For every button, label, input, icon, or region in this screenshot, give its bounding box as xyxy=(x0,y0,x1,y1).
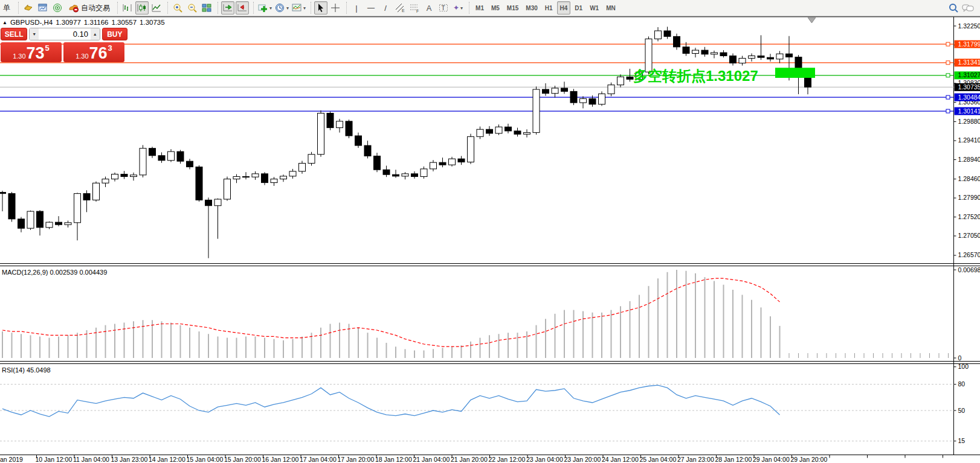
svg-text:0: 0 xyxy=(958,354,962,362)
svg-text:80: 80 xyxy=(958,380,965,388)
chat-button[interactable] xyxy=(961,1,975,14)
chart-window-icon xyxy=(37,2,48,13)
navigator-icon xyxy=(52,2,63,13)
zoom-out-icon xyxy=(187,2,198,13)
cursor-button[interactable] xyxy=(314,1,327,14)
crosshair-icon xyxy=(330,3,340,13)
line-chart-button[interactable] xyxy=(150,1,163,14)
search-button[interactable] xyxy=(947,1,960,14)
horizontal-line-icon: — xyxy=(367,4,375,12)
chart-symbol-label: GBPUSD-,H4 xyxy=(10,19,53,26)
auto-scroll-icon xyxy=(222,2,233,13)
arrows-tool[interactable]: ✦ ▾ xyxy=(451,1,465,14)
svg-text:1.27990: 1.27990 xyxy=(958,194,980,201)
tab-timeframe-mn[interactable]: MN xyxy=(603,1,619,14)
tab-timeframe-m15[interactable]: M15 xyxy=(504,1,521,14)
indicators-icon xyxy=(257,2,268,13)
text-tool[interactable]: A xyxy=(422,1,436,14)
svg-text:1.32250: 1.32250 xyxy=(958,22,980,30)
macd-signal-line xyxy=(2,278,780,346)
tab-timeframe-h1[interactable]: H1 xyxy=(542,1,556,14)
svg-text:1.30141: 1.30141 xyxy=(958,107,980,115)
new-order-button[interactable]: 单 xyxy=(1,1,14,14)
buy-price-button[interactable]: 1.30763 xyxy=(63,42,124,62)
volume-input[interactable] xyxy=(39,28,91,40)
tab-timeframe-w1[interactable]: W1 xyxy=(587,1,602,14)
macd-axis: 0.006980 xyxy=(954,266,980,362)
text-label-tool[interactable]: T xyxy=(437,1,450,14)
volume-increase-button[interactable]: ▲ xyxy=(91,28,100,40)
svg-text:50: 50 xyxy=(958,407,965,414)
one-click-trading-panel: SELL ▼ ▲ BUY 1.30735 1.30763 xyxy=(1,28,127,62)
toolbar-separator xyxy=(308,2,311,14)
chart-window-button[interactable] xyxy=(36,1,50,14)
zoom-out-button[interactable] xyxy=(185,1,199,14)
indicators-button[interactable]: ▾ xyxy=(257,1,272,14)
ohlc-low: 1.30557 xyxy=(112,19,137,26)
svg-text:15: 15 xyxy=(958,437,965,444)
buy-price-sup: 3 xyxy=(108,40,112,56)
autotrade-button[interactable]: 自动交易 xyxy=(65,1,113,14)
green-box[interactable] xyxy=(775,68,815,78)
tile-windows-button[interactable] xyxy=(200,1,213,14)
svg-text:1.27050: 1.27050 xyxy=(958,232,980,239)
zoom-in-icon xyxy=(172,2,183,13)
sell-price-button[interactable]: 1.30735 xyxy=(1,42,62,62)
cursor-icon xyxy=(316,3,326,13)
trendline-tool[interactable]: / xyxy=(379,1,392,14)
crosshair-button[interactable] xyxy=(329,1,342,14)
svg-text:9 Jan 2019: 9 Jan 2019 xyxy=(0,456,23,463)
volume-decrease-button[interactable]: ▼ xyxy=(30,28,39,40)
auto-scroll-button[interactable] xyxy=(221,1,234,14)
chart-shift-button[interactable] xyxy=(236,1,249,14)
macd-histogram xyxy=(2,270,780,358)
sell-button[interactable]: SELL xyxy=(1,28,27,40)
toolbar-separator xyxy=(164,2,168,14)
svg-text:F: F xyxy=(416,9,419,13)
svg-text:13 Jan 23:00: 13 Jan 23:00 xyxy=(111,456,148,463)
annotation-text[interactable]: 多空转折点1.31027 xyxy=(633,68,758,84)
arrows-caret-icon: ▾ xyxy=(460,5,463,11)
bar-chart-button[interactable] xyxy=(121,1,134,14)
navigator-button[interactable] xyxy=(51,1,64,14)
chat-icon xyxy=(962,2,974,13)
chart-shift-marker-icon xyxy=(808,18,816,23)
history-center-button[interactable] xyxy=(22,1,35,14)
tab-timeframe-m1[interactable]: M1 xyxy=(472,1,487,14)
equidistant-channel-tool[interactable]: E xyxy=(393,1,407,14)
periods-caret-icon: ▾ xyxy=(286,5,289,11)
svg-text:1.28460: 1.28460 xyxy=(958,175,980,182)
arrows-tool-icon: ✦ xyxy=(453,4,459,12)
rsi-indicator-label: RSI(14) 45.0498 xyxy=(2,366,51,374)
periods-button[interactable]: ▾ xyxy=(274,1,289,14)
new-order-label: 单 xyxy=(3,3,10,13)
zoom-in-button[interactable] xyxy=(171,1,184,14)
svg-text:100: 100 xyxy=(958,363,969,370)
svg-text:1.30484: 1.30484 xyxy=(958,94,980,101)
buy-button[interactable]: BUY xyxy=(102,28,127,40)
sell-price-sup: 5 xyxy=(45,40,50,56)
fibonacci-icon: F xyxy=(409,2,420,13)
svg-text:16 Jan 12:00: 16 Jan 12:00 xyxy=(262,456,299,463)
equidistant-channel-icon: E xyxy=(395,2,405,13)
tab-timeframe-m5[interactable]: M5 xyxy=(488,1,503,14)
templates-icon xyxy=(291,2,302,13)
text-label-icon: T xyxy=(438,2,449,13)
toolbar-separator xyxy=(466,2,469,14)
horizontal-line-tool[interactable]: — xyxy=(364,1,378,14)
svg-text:28 Jan 12:00: 28 Jan 12:00 xyxy=(715,456,752,463)
templates-button[interactable]: ▾ xyxy=(291,1,306,14)
vertical-line-tool[interactable]: | xyxy=(350,1,363,14)
candlestick-chart-button[interactable] xyxy=(135,1,149,14)
fibonacci-tool[interactable]: F xyxy=(408,1,421,14)
svg-text:1.31341: 1.31341 xyxy=(958,59,980,66)
rsi-levels: 100805015 xyxy=(0,363,969,444)
chart-canvas[interactable]: 1.322501.317801.313101.308301.303601.298… xyxy=(0,0,980,463)
tab-timeframe-m30[interactable]: M30 xyxy=(523,1,540,14)
toolbar-separator xyxy=(114,2,118,14)
svg-text:21 Jan 04:00: 21 Jan 04:00 xyxy=(413,456,450,463)
search-icon xyxy=(948,2,959,13)
tab-timeframe-d1[interactable]: D1 xyxy=(572,1,585,14)
svg-text:23 Jan 04:00: 23 Jan 04:00 xyxy=(526,456,563,463)
tab-timeframe-h4[interactable]: H4 xyxy=(557,1,571,14)
